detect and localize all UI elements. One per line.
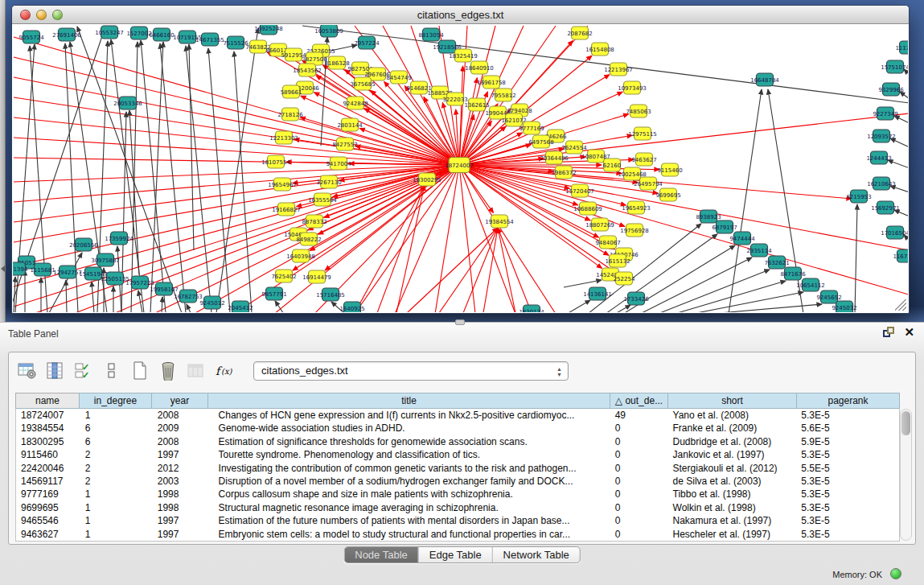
network-canvas[interactable]: 9055724276914061055324715270026466160107… bbox=[13, 25, 908, 312]
graph-node[interactable]: 9329966 bbox=[878, 83, 904, 96]
column-header-in-degree[interactable]: in_degree bbox=[80, 393, 152, 409]
column-header-title[interactable]: title bbox=[208, 393, 610, 409]
graph-node[interactable]: 1830134 bbox=[519, 305, 544, 312]
window-resize-grip[interactable] bbox=[895, 299, 906, 311]
graph-node[interactable]: 10654112 bbox=[796, 278, 825, 291]
graph-node[interactable]: 10553247 bbox=[95, 26, 124, 39]
graph-node[interactable]: 17359924 bbox=[105, 232, 133, 245]
graph-node[interactable]: 19384554 bbox=[485, 215, 514, 228]
table-row[interactable]: 1456911722003Disruption of a novel membe… bbox=[16, 475, 899, 488]
graph-node[interactable]: 7955812 bbox=[491, 89, 515, 101]
column-select-icon[interactable]: ✓✓ bbox=[73, 360, 94, 381]
collapse-arrow-icon[interactable] bbox=[1, 266, 5, 272]
graph-node[interactable]: 16925248 bbox=[254, 25, 283, 35]
table-row[interactable]: 2242004622012Investigating the contribut… bbox=[16, 462, 899, 475]
column-header-out-de-[interactable]: △ out_de... bbox=[610, 393, 668, 409]
graph-node[interactable]: 12942757 bbox=[53, 266, 82, 278]
graph-node[interactable]: 16648784 bbox=[750, 73, 779, 86]
table-row[interactable]: 1872400712008Changes of HCN gene express… bbox=[16, 409, 899, 422]
graph-node[interactable]: 9115460 bbox=[657, 163, 682, 176]
graph-node[interactable]: 19166827 bbox=[272, 203, 301, 216]
graph-node[interactable]: 9474444 bbox=[729, 232, 755, 245]
graph-node[interactable]: 9484067 bbox=[595, 236, 620, 249]
function-builder-icon[interactable]: f(x) bbox=[214, 360, 235, 381]
table-row[interactable]: 969969511998Structural magnetic resonanc… bbox=[16, 501, 899, 514]
graph-node[interactable]: 15716485 bbox=[316, 288, 345, 301]
table-row[interactable]: 911546021997Tourette syndrome. Phenomeno… bbox=[16, 448, 899, 461]
graph-node[interactable]: 12093572 bbox=[867, 130, 896, 142]
panel-divider-handle[interactable] bbox=[455, 319, 465, 325]
graph-node[interactable]: 15692971 bbox=[871, 201, 900, 214]
graph-node[interactable]: 12213303 bbox=[269, 131, 298, 144]
graph-node[interactable]: 3624554 bbox=[561, 141, 587, 154]
graph-node[interactable]: 16914479 bbox=[302, 270, 331, 283]
window-titlebar[interactable]: citations_edges.txt bbox=[12, 6, 909, 24]
graph-node[interactable]: 9227349 bbox=[873, 107, 897, 120]
create-column-icon[interactable] bbox=[129, 360, 150, 381]
table-scrollbar[interactable] bbox=[900, 409, 912, 541]
graph-node[interactable]: 252254 bbox=[614, 272, 635, 285]
graph-node[interactable]: 20206556 bbox=[69, 238, 98, 251]
table-row[interactable]: 1938455462009Genome-wide association stu… bbox=[16, 422, 899, 435]
graph-node[interactable]: 19756928 bbox=[620, 224, 649, 237]
graph-node[interactable]: 2087682 bbox=[567, 27, 592, 39]
graph-node[interactable]: 16154808 bbox=[585, 43, 614, 56]
graph-node[interactable]: 9417004 bbox=[326, 157, 351, 170]
graph-node[interactable]: 18724007 bbox=[445, 158, 474, 173]
graph-node[interactable]: 62160 bbox=[603, 159, 621, 171]
graph-node[interactable]: 16210643 bbox=[867, 177, 896, 190]
graph-node[interactable]: 9055724 bbox=[18, 31, 44, 43]
graph-node[interactable]: 9699695 bbox=[655, 188, 680, 201]
table-row[interactable]: 946362711997Embryonic stem cells: a mode… bbox=[16, 528, 899, 541]
table-options-icon[interactable] bbox=[17, 360, 38, 381]
column-header-pagerank[interactable]: pagerank bbox=[797, 393, 900, 409]
graph-node[interactable]: 10688609 bbox=[573, 202, 602, 215]
delete-table-icon[interactable] bbox=[186, 360, 207, 381]
graph-node[interactable]: 589661 bbox=[281, 85, 302, 98]
graph-node[interactable]: 1244413 bbox=[866, 151, 891, 164]
table-row[interactable]: 946554611997Estimation of the future num… bbox=[16, 514, 899, 527]
graph-node[interactable]: 8471676 bbox=[780, 267, 806, 280]
graph-node[interactable]: 8878332 bbox=[302, 215, 326, 228]
graph-node[interactable]: 18107554 bbox=[261, 155, 290, 168]
close-panel-icon[interactable]: ✕ bbox=[904, 327, 914, 338]
graph-node[interactable]: 8186328 bbox=[324, 56, 349, 69]
graph-node[interactable]: 7625402 bbox=[271, 270, 296, 282]
graph-node[interactable]: 7485063 bbox=[626, 105, 651, 117]
graph-node[interactable]: 15751074 bbox=[881, 60, 908, 73]
graph-node[interactable]: 16053809 bbox=[314, 25, 343, 37]
graph-node[interactable]: 8215953 bbox=[846, 190, 871, 203]
graph-node[interactable]: 9857791 bbox=[261, 287, 286, 300]
graph-node[interactable]: 1733426 bbox=[623, 292, 649, 305]
graph-node[interactable]: 6466160 bbox=[149, 28, 174, 41]
tab-edge-table[interactable]: Edge Table bbox=[418, 547, 492, 562]
table-selector-dropdown[interactable]: citations_edges.txt ▲▼ bbox=[253, 361, 569, 381]
graph-node[interactable]: 16403948 bbox=[286, 249, 315, 262]
graph-node[interactable]: 7632621 bbox=[764, 256, 789, 269]
graph-node[interactable]: 19654923 bbox=[622, 201, 651, 214]
graph-node[interactable]: 12975115 bbox=[628, 127, 657, 140]
table-row[interactable]: 1830029562008Estimation of significance … bbox=[16, 435, 899, 448]
graph-node[interactable]: 7515526 bbox=[223, 36, 248, 49]
graph-node[interactable]: 8813054 bbox=[418, 28, 444, 41]
delete-column-icon[interactable] bbox=[158, 360, 179, 381]
graph-node[interactable]: 18640910 bbox=[465, 61, 494, 74]
graph-node[interactable]: 2045412 bbox=[228, 301, 253, 312]
table-scrollbar-thumb[interactable] bbox=[901, 411, 910, 435]
graph-node[interactable]: 1167533 bbox=[893, 249, 908, 262]
column-header-name[interactable]: name bbox=[15, 393, 80, 409]
float-panel-icon[interactable] bbox=[883, 327, 894, 338]
graph-node[interactable]: 16961758 bbox=[477, 76, 506, 89]
graph-node[interactable]: 1117204 bbox=[895, 41, 908, 54]
column-header-short[interactable]: short bbox=[668, 393, 797, 409]
graph-node[interactable]: 27691406 bbox=[52, 28, 81, 41]
column-header-year[interactable]: year bbox=[152, 393, 208, 409]
graph-node[interactable]: 1640925 bbox=[339, 302, 364, 312]
table-row[interactable]: 977716911998Corpus callosum shape and si… bbox=[16, 488, 899, 501]
graph-node[interactable]: 16355564 bbox=[308, 193, 337, 206]
tab-network-table[interactable]: Network Table bbox=[492, 547, 580, 562]
graph-node[interactable]: 1527002 bbox=[126, 27, 151, 39]
graph-node[interactable]: 2935114 bbox=[746, 244, 772, 257]
graph-node[interactable]: 9463627 bbox=[631, 153, 656, 166]
tab-node-table[interactable]: Node Table bbox=[344, 547, 418, 562]
